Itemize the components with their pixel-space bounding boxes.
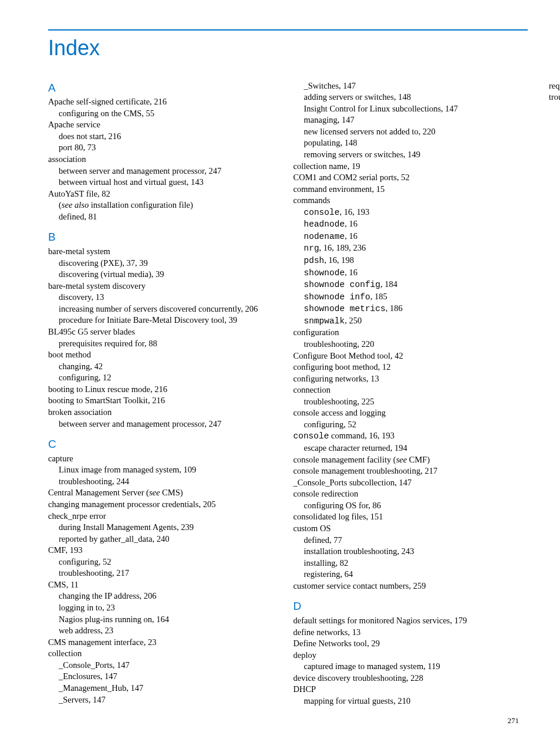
page-number: 271 [508,715,519,726]
index-entry: increasing number of servers discovered … [48,303,283,315]
index-entry: commands [294,195,528,207]
index-entry: boot method [48,349,283,361]
index-entry: Central Management Server (see CMS) [48,487,283,499]
index-entry: installation troubleshooting, 243 [294,546,528,558]
index-entry: port 80, 73 [48,142,283,154]
index-entry: command environment, 15 [294,184,528,195]
page-title: Index [48,34,528,63]
index-entry: _Management_Hub, 147 [48,683,283,694]
index-entry: bare-metal system discovery [48,281,283,292]
index-entry: adding servers or switches, 148 [294,92,528,103]
index-entry: default settings for monitored Nagios se… [294,615,528,627]
index-entry: configuration [294,327,528,339]
index-entry: managing, 147 [294,114,528,126]
index-entry: bare-metal system [48,246,283,258]
index-entry: _Enclosures, 147 [48,671,283,683]
index-entry: between server and management processor,… [48,418,283,430]
index-entry: Apache service [48,119,283,131]
index-entry: console management troubleshooting, 217 [294,465,528,477]
index-entry: discovery, 13 [48,292,283,303]
index-entry: console management facility (see CMF) [294,454,528,466]
index-entry: nodename, 16 [294,231,528,243]
index-entry: booting to SmartStart Toolkit, 216 [48,395,283,407]
section-letter: B [48,229,283,245]
index-entry: Define Networks tool, 29 [294,638,528,650]
index-entry: defined, 81 [48,211,283,223]
index-entry: troubleshooting, 217 [48,568,283,579]
index-entry: connection [294,384,528,396]
index-entry: shownode config, 184 [294,279,528,291]
index-entry: define networks, 13 [294,627,528,639]
section-letter: D [294,599,528,614]
index-entry: pdsh, 16, 198 [294,255,528,267]
index-entry: _Console_Ports, 147 [48,660,283,671]
index-entry: configuring boot method, 12 [294,362,528,373]
index-entry: does not start, 216 [48,131,283,143]
index-entry: changing management processor credential… [48,499,283,511]
index-entry: custom OS [294,523,528,535]
index-entry: check_nrpe error [48,511,283,522]
index-entry: Insight Control for Linux subcollections… [294,103,528,115]
section-letter: C [48,437,283,452]
index-entry: capture [48,453,283,465]
index-entry: collection [48,648,283,660]
index-entry: removing servers or switches, 149 [294,149,528,161]
index-entry: nrg, 16, 189, 236 [294,242,528,255]
section-letter: A [48,80,283,96]
index-entry: _Servers, 147 [48,694,283,706]
index-entry: changing the IP address, 206 [48,590,283,602]
index-entry: shownode, 16 [294,267,528,279]
index-entry: Linux image from managed system, 109 [48,464,283,476]
index-entry: configuring on the CMS, 55 [48,108,283,120]
index-entry: Nagios plug-ins running on, 164 [48,614,283,626]
index-entry: Apache self-signed certificate, 216 [48,96,283,108]
index-entry: configuring, 52 [294,419,528,431]
index-entry: prerequisites required for, 88 [48,338,283,350]
index-entry: between virtual host and virtual guest, … [48,177,283,188]
index-entry: booting to Linux rescue mode, 216 [48,384,283,396]
index-entry: DHCP [294,684,528,696]
index-entry: configuring, 12 [48,372,283,384]
index-entry: troubleshooting, 244 [48,476,283,488]
index-entry: _Console_Ports subcollection, 147 [294,477,528,489]
index-entry: COM1 and COM2 serial ports, 52 [294,172,528,184]
index-entry: headnode, 16 [294,218,528,231]
index-entry: mapping for virtual guests, 210 [294,696,528,707]
index-entry: configuring networks, 13 [294,373,528,385]
index-entry: BL495c G5 server blades [48,326,283,338]
index-entry: consolidated log files, 151 [294,511,528,523]
index-entry: reported by gather_all_data, 240 [48,534,283,545]
index-entry: snmpwalk, 250 [294,315,528,328]
index-entry: console, 16, 193 [294,207,528,219]
index-entry: AutoYaST file, 82 [48,188,283,200]
index-entry: new licensed servers not added to, 220 [294,126,528,138]
index-entry: between server and management processor,… [48,166,283,177]
index-entry: discovering (virtual media), 39 [48,269,283,281]
index-entry: configuring, 52 [48,556,283,568]
index-entry: changing, 42 [48,361,283,373]
index-entry: web address, 23 [48,625,283,637]
index-entry: procedure for Initiate Bare-Metal Discov… [48,315,283,326]
index-entry: defined, 77 [294,535,528,546]
index-entry: customer service contact numbers, 259 [294,580,528,592]
index-entry: console access and logging [294,407,528,419]
index-entry: CMF, 193 [48,545,283,556]
index-entry: association [48,154,283,166]
index-entry: shownode info, 185 [294,291,528,303]
header-rule [48,29,528,31]
index-entry: registering, 64 [294,569,528,580]
index-entry: CMS, 11 [48,579,283,591]
index-entry: broken association [48,407,283,418]
index-entry: (see also installation configuration fil… [48,200,283,211]
index-entry: configuring OS for, 86 [294,500,528,512]
index-entry: troubleshooting, 220 [294,339,528,350]
index-entry: collection name, 19 [294,161,528,173]
index-entry: during Install Management Agents, 239 [48,522,283,534]
index-entry: Configure Boot Method tool, 42 [294,350,528,362]
index-entry: _Switches, 147 [294,80,528,92]
index-entry: CMS management interface, 23 [48,637,283,649]
index-entry: escape character returned, 194 [294,443,528,454]
index-entry: logging in to, 23 [48,602,283,614]
index-entry: discovering (PXE), 37, 39 [48,258,283,269]
index-entry: console command, 16, 193 [294,430,528,443]
